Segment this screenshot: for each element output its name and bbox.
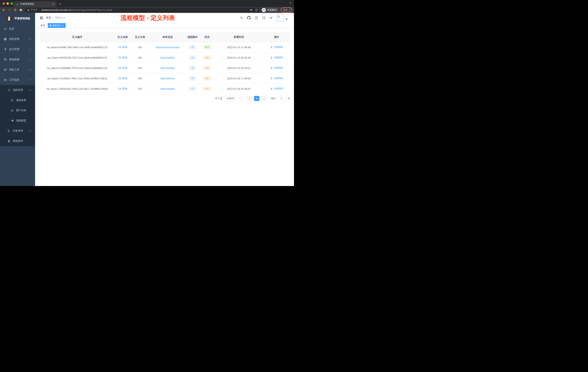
cell-category: OA — [131, 63, 150, 73]
password-key-icon[interactable] — [250, 8, 253, 11]
document-edit-icon — [10, 99, 14, 102]
font-size-icon[interactable]: TT — [269, 16, 273, 20]
assign-rule-button[interactable]: 分配规则 — [270, 56, 283, 59]
sidebar-item-leave-query[interactable]: 请假查询 — [0, 136, 35, 146]
more-menu-icon — [289, 8, 290, 12]
user-icon — [270, 77, 273, 79]
table-row: oa_leave:1:482ec033-762a-11ec-8477-a2380… — [40, 84, 290, 94]
sidebar-item-process-form[interactable]: 流程表单 — [0, 95, 35, 105]
table-row: oa_leave:5:004b710b-7b8a-11ec-8ef0-acde4… — [40, 42, 290, 52]
goto-label: 前往 — [271, 97, 276, 100]
sidebar-item-process-model[interactable]: 流程模型 — [0, 116, 35, 126]
tab-close-icon[interactable]: ✕ — [52, 3, 55, 5]
form-link[interactable]: /bpm/oa/flow — [160, 67, 175, 69]
address-bar[interactable]: 不安全 dashboard.yudao.iocoder.cn/bpm/manag… — [25, 8, 260, 12]
column-header: 定义分类 — [131, 33, 150, 42]
sidebar-item-home[interactable]: 首页 — [0, 24, 35, 34]
chevron-down-icon — [29, 130, 31, 132]
sidebar-logo: 芋道管理系统 — [0, 13, 35, 24]
url-path: /bpm/manager/definition?key=oa_leave — [71, 9, 112, 11]
sidebar-item-dev-tools[interactable]: 研发工具 — [0, 65, 35, 75]
form-link[interactable]: /bpm/oa/flow — [160, 56, 175, 59]
chevron-down-icon — [29, 69, 31, 71]
user-icon — [270, 67, 273, 69]
minimize-window-button[interactable] — [7, 2, 9, 5]
sidebar-item-system[interactable]: 系统管理 — [0, 34, 35, 44]
assign-rule-button[interactable]: 分配规则 — [270, 45, 283, 49]
tag-home[interactable]: 首页 — [39, 23, 47, 28]
home-button[interactable] — [18, 8, 23, 12]
definition-name-link[interactable]: OA 请假 — [118, 87, 127, 90]
sidebar-item-payment[interactable]: ¥ 支付管理 — [0, 44, 35, 55]
form-link[interactable]: /bpm/oa/flow — [160, 87, 175, 90]
sidebar-item-user-group[interactable]: 用户分组 — [0, 105, 35, 116]
sidebar-item-label: 用户分组 — [16, 109, 26, 112]
reload-button[interactable] — [13, 8, 17, 12]
tab-search-chevron-icon[interactable]: ▼ — [289, 2, 292, 4]
search-icon[interactable] — [240, 16, 243, 20]
cell-category: OA — [131, 73, 150, 84]
prev-page-button[interactable]: ‹ — [247, 96, 252, 101]
forward-button[interactable] — [7, 8, 12, 12]
sidebar-fold-icon[interactable] — [38, 15, 44, 21]
security-warning-icon[interactable] — [27, 9, 30, 11]
cell-definition-id: oa_leave:5:004b710b-7b8a-11ec-8ef0-acde4… — [40, 42, 115, 52]
version-badge: v5 — [189, 45, 196, 50]
form-link[interactable]: /bpm/oa/flow — [160, 77, 175, 80]
sidebar-item-workflow[interactable]: 工作流程 — [0, 75, 35, 85]
cell-category: OA — [131, 84, 150, 94]
definition-name-link[interactable]: OA 请假 — [118, 46, 127, 49]
breadcrumb-current: 流程定义 — [55, 16, 65, 20]
sidebar-item-label: 流程模型 — [16, 119, 26, 122]
pagination: 共 5 条 10条/页 ▼ ‹ 1 › 前往 页 — [40, 96, 290, 101]
face-icon — [10, 109, 14, 112]
breadcrumb-home[interactable]: 首页 — [46, 16, 51, 20]
security-label: 不安全 — [31, 8, 38, 11]
table-header-row: 定义编号 定义名称 定义分类 表单信息 流程版本 状态 部署时间 操作 — [40, 33, 290, 42]
sidebar-item-task-management[interactable]: 任务管理 — [0, 126, 35, 136]
user-avatar-menu[interactable] — [277, 14, 288, 21]
close-window-button[interactable] — [2, 2, 5, 5]
seedling-favicon-icon — [16, 3, 19, 5]
tag-process-definition[interactable]: 流程定义 ✕ — [48, 23, 66, 28]
avatar-broken-image-icon — [277, 14, 284, 21]
goto-page-input[interactable] — [277, 96, 286, 101]
bookmark-star-icon[interactable] — [255, 8, 258, 11]
back-button[interactable] — [1, 8, 6, 12]
window-controls[interactable] — [2, 2, 13, 5]
tag-close-icon[interactable]: ✕ — [62, 24, 64, 27]
cell-deploy-time: 2022-01-16 01:40:51 — [215, 84, 263, 94]
fullscreen-icon[interactable] — [262, 16, 266, 20]
current-page-button[interactable]: 1 — [254, 96, 260, 101]
help-icon[interactable]: ? — [254, 16, 258, 20]
sidebar-item-infrastructure[interactable]: 基础设施 — [0, 55, 35, 65]
status-badge: 挂起 — [203, 66, 211, 70]
next-page-button[interactable]: › — [261, 96, 267, 101]
browser-toolbar: 不安全 dashboard.yudao.iocoder.cn/bpm/manag… — [0, 7, 294, 13]
github-icon[interactable] — [247, 16, 251, 20]
definition-name-link[interactable]: OA 请假 — [118, 66, 127, 69]
column-header: 定义编号 — [40, 33, 115, 42]
page-size-select[interactable]: 10条/页 ▼ — [224, 96, 242, 101]
active-dot — [50, 25, 51, 26]
browser-window: 芋道管理系统 ✕ + ▼ 不安全 dashboard.yudao.iocoder… — [0, 0, 294, 186]
new-tab-button[interactable]: + — [59, 2, 61, 6]
sidebar-item-process-management[interactable]: 流程管理 — [0, 85, 35, 95]
sidebar-item-label: 支付管理 — [9, 48, 19, 51]
cell-deploy-time: 2022-01-22 20:34:10 — [215, 52, 263, 63]
monitor-chart-icon — [4, 58, 7, 61]
definition-name-link[interactable]: OA 请假 — [118, 56, 127, 59]
user-icon — [7, 139, 10, 143]
assign-rule-button[interactable]: 分配规则 — [270, 87, 283, 90]
form-link[interactable]: /bpm/oa/leave/create — [156, 46, 179, 49]
tab-title: 芋道管理系统 — [20, 2, 52, 6]
assign-rule-button[interactable]: 分配规则 — [270, 66, 283, 69]
assign-rule-button[interactable]: 分配规则 — [270, 77, 283, 80]
status-badge: 激活 — [203, 45, 211, 50]
browser-tab[interactable]: 芋道管理系统 ✕ — [14, 1, 57, 7]
definition-name-link[interactable]: OA 请假 — [118, 77, 127, 80]
browser-update-menu-button[interactable]: 更新 — [281, 8, 292, 12]
user-icon — [270, 87, 273, 90]
sidebar: 芋道管理系统 首页 系统管理 ¥ — [0, 13, 35, 186]
zoom-window-button[interactable] — [10, 2, 13, 5]
